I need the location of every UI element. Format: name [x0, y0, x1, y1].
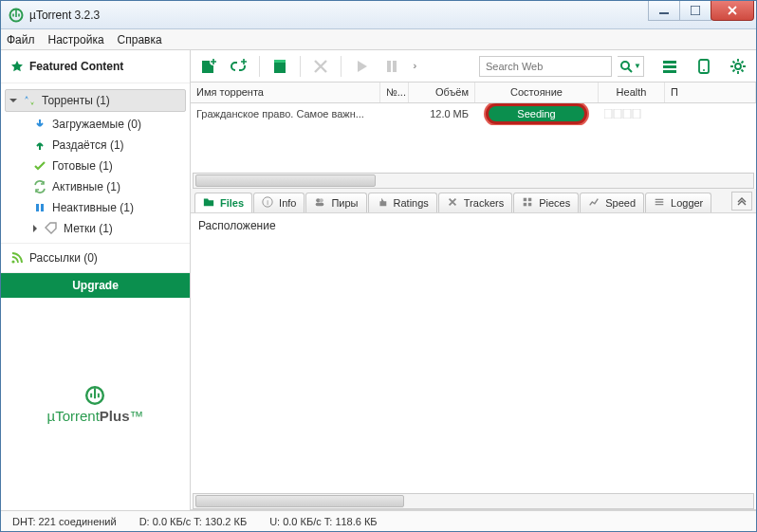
sidebar-featured[interactable]: Featured Content	[1, 50, 190, 83]
tab-pieces[interactable]: Pieces	[513, 193, 579, 212]
toolbar-sep	[300, 56, 301, 77]
start-button[interactable]	[349, 54, 374, 79]
upgrade-button[interactable]: Upgrade	[1, 273, 190, 298]
folder-icon	[203, 196, 216, 210]
torrent-list[interactable]: Гражданское право. Самое важн... 12.0 МБ…	[191, 103, 756, 189]
tab-logger[interactable]: Logger	[645, 193, 711, 212]
sidebar-item-torrents[interactable]: Торренты (1)	[5, 89, 186, 112]
preferences-button[interactable]	[726, 54, 750, 79]
minimize-button[interactable]	[648, 1, 680, 21]
app-window: µTorrent 3.2.3 Файл Настройка Справка Fe…	[0, 0, 757, 532]
upgrade-label: Upgrade	[72, 279, 119, 292]
window-buttons	[649, 1, 756, 28]
down-arrow-icon	[33, 118, 46, 131]
item-label: Неактивные (1)	[52, 201, 134, 214]
tab-ratings[interactable]: Ratings	[368, 193, 437, 212]
titlebar[interactable]: µTorrent 3.2.3	[1, 1, 756, 29]
list-h-scrollbar[interactable]	[193, 173, 754, 189]
menu-settings[interactable]: Настройка	[48, 33, 104, 46]
caret-icon	[9, 99, 17, 102]
maximize-button[interactable]	[679, 1, 711, 21]
up-arrow-icon	[33, 138, 46, 152]
svg-rect-29	[316, 203, 324, 206]
toolbar-right	[657, 54, 750, 79]
col-name[interactable]: Имя торрента	[191, 83, 380, 102]
sidebar-item-labels[interactable]: Метки (1)	[1, 218, 190, 239]
thumb-icon	[377, 196, 390, 210]
torrent-list-header[interactable]: Имя торрента №... Объём Состояние Health…	[191, 83, 756, 103]
svg-rect-16	[663, 65, 676, 68]
close-button[interactable]	[711, 1, 754, 21]
sidebar-item-active[interactable]: Активные (1)	[1, 176, 190, 197]
view-list-button[interactable]	[657, 54, 682, 79]
app-icon	[9, 8, 24, 23]
new-torrent-button[interactable]	[268, 54, 292, 79]
sidebar-item-completed[interactable]: Готовые (1)	[1, 156, 190, 176]
svg-rect-21	[604, 109, 612, 119]
svg-rect-2	[691, 6, 700, 15]
pause-icon	[33, 201, 46, 214]
tab-info[interactable]: iInfo	[253, 193, 305, 212]
status-up: U: 0.0 КБ/с T: 118.6 КБ	[269, 516, 377, 527]
plus-promo[interactable]: µTorrentPlus™	[1, 298, 190, 510]
svg-rect-15	[663, 61, 676, 64]
tab-peers[interactable]: Пиры	[305, 193, 366, 212]
grid-icon	[522, 196, 535, 210]
toolbar-sep	[259, 56, 260, 77]
col-state[interactable]: Состояние	[475, 83, 599, 102]
status-down: D: 0.0 КБ/с T: 130.2 КБ	[139, 516, 247, 527]
window-title: µTorrent 3.2.3	[29, 9, 649, 22]
cycle-icon	[33, 180, 46, 193]
tab-files[interactable]: Files	[194, 193, 252, 212]
x-icon	[447, 196, 460, 210]
detail-h-scrollbar[interactable]	[193, 493, 754, 509]
col-num[interactable]: №...	[380, 83, 409, 102]
menu-file[interactable]: Файл	[7, 33, 35, 46]
pause-button[interactable]	[379, 54, 404, 79]
item-label: Готовые (1)	[52, 159, 113, 173]
check-icon	[33, 159, 46, 173]
sidebar-tree: Торренты (1) Загружаемые (0) Раздаётся (…	[1, 83, 190, 244]
cell-size: 12.0 МБ	[409, 104, 475, 123]
health-bars-icon	[604, 109, 642, 119]
svg-point-19	[703, 69, 705, 71]
svg-point-28	[320, 198, 323, 202]
svg-text:i: i	[267, 198, 268, 207]
cell-p	[665, 110, 756, 118]
toolbar-sep	[341, 56, 342, 77]
menu-help[interactable]: Справка	[118, 33, 162, 46]
tabs-collapse-button[interactable]	[731, 192, 752, 211]
torrent-row[interactable]: Гражданское право. Самое важн... 12.0 МБ…	[191, 103, 756, 124]
torrents-label: Торренты (1)	[42, 94, 110, 107]
col-p[interactable]: П	[665, 83, 756, 102]
search-input[interactable]	[479, 56, 612, 77]
cell-num	[380, 110, 409, 118]
remove-button[interactable]	[308, 54, 333, 79]
svg-rect-23	[623, 109, 631, 119]
col-health[interactable]: Health	[599, 83, 665, 102]
add-torrent-button[interactable]	[196, 54, 221, 79]
svg-rect-3	[36, 204, 39, 211]
detail-panel: Расположение	[191, 213, 756, 510]
svg-point-20	[735, 64, 741, 69]
cell-health	[599, 105, 665, 122]
add-url-button[interactable]	[227, 54, 251, 79]
remote-button[interactable]	[692, 54, 716, 79]
statusbar: DHT: 221 соединений D: 0.0 КБ/с T: 130.2…	[1, 510, 756, 531]
search-button[interactable]: ▼	[618, 56, 644, 77]
sidebar-item-seeding[interactable]: Раздаётся (1)	[1, 135, 190, 156]
chevron-down-icon	[737, 196, 747, 206]
svg-rect-1	[659, 12, 669, 14]
scrollbar-thumb[interactable]	[195, 174, 376, 187]
svg-rect-24	[633, 109, 640, 119]
sidebar-item-downloading[interactable]: Загружаемые (0)	[1, 114, 190, 135]
sidebar-item-inactive[interactable]: Неактивные (1)	[1, 197, 190, 218]
scrollbar-thumb[interactable]	[195, 495, 404, 507]
menubar: Файл Настройка Справка	[1, 29, 756, 50]
sidebar-item-feeds[interactable]: Рассылки (0)	[1, 244, 190, 273]
tab-speed[interactable]: Speed	[580, 193, 644, 212]
cell-state: Seeding	[475, 103, 599, 125]
location-label: Расположение	[198, 219, 276, 232]
tab-trackers[interactable]: Trackers	[438, 193, 512, 212]
col-size[interactable]: Объём	[409, 83, 475, 102]
